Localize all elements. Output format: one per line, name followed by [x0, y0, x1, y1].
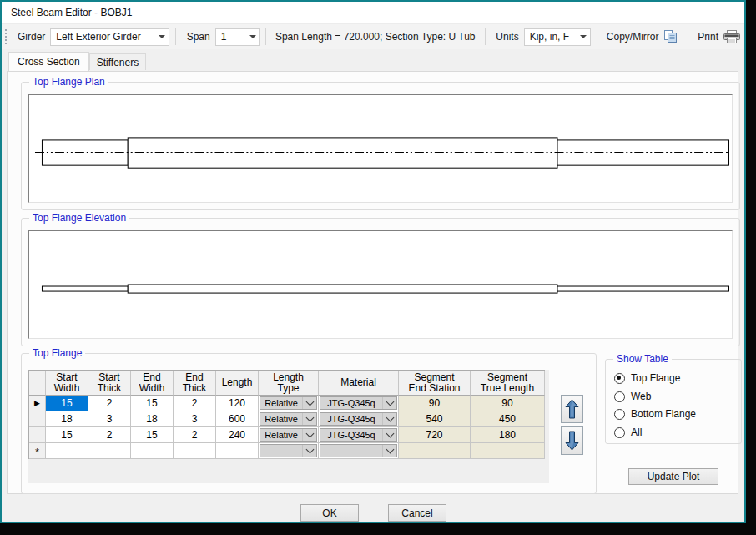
move-row-up-button[interactable]: [561, 395, 583, 423]
tab-stiffeners[interactable]: Stiffeners: [89, 53, 146, 70]
data-grid: StartWidthStartThickEndWidthEndThickLeng…: [28, 370, 545, 459]
toolbar-grip-icon[interactable]: [5, 29, 7, 44]
copy-mirror-label: Copy/Mirror: [607, 31, 659, 43]
cell-start_width[interactable]: 18: [46, 411, 88, 427]
units-select[interactable]: Kip, in, F: [524, 28, 591, 46]
chevron-down-icon: [246, 35, 259, 38]
cell-end_thick[interactable]: 3: [174, 411, 216, 427]
cell-length_type: Relative: [259, 396, 319, 411]
top-flange-elevation-group: Top Flange Elevation: [21, 218, 740, 346]
row-selector[interactable]: [29, 411, 46, 427]
cell-start_width[interactable]: 15: [46, 427, 88, 443]
radio-bottom-flange[interactable]: Bottom Flange: [614, 408, 696, 420]
cell-length[interactable]: 600: [216, 411, 259, 427]
tab-cross-section[interactable]: Cross Section: [8, 52, 89, 71]
column-header-end_station: SegmentEnd Station: [399, 371, 471, 396]
cell-end_station[interactable]: 720: [399, 427, 471, 443]
window-title: Steel Beam Editor - BOBJ1: [11, 7, 132, 18]
cell-end_station[interactable]: [399, 443, 471, 459]
dropdown-chevron-icon: [302, 445, 316, 457]
top-flange-table-group-title: Top Flange: [29, 347, 85, 360]
print-icon: [723, 30, 741, 44]
cell-end_thick[interactable]: 2: [174, 427, 216, 443]
grid-row-2: 183183600RelativeJTG-Q345q540450: [29, 411, 545, 427]
move-row-down-button[interactable]: [561, 426, 583, 455]
cell-start_thick[interactable]: 3: [88, 411, 131, 427]
cell-start_width[interactable]: [46, 443, 88, 459]
ok-button[interactable]: OK: [300, 504, 359, 522]
toolbar-separator: [265, 28, 266, 45]
cell-start_thick[interactable]: 2: [88, 427, 131, 443]
cancel-button[interactable]: Cancel: [388, 504, 446, 522]
cell-material: JTG-Q345q: [319, 427, 399, 443]
cell-start_thick[interactable]: [88, 443, 131, 459]
length_type-dropdown[interactable]: Relative: [260, 396, 317, 410]
cell-end_width[interactable]: 15: [131, 427, 174, 443]
cell-start_thick[interactable]: 2: [88, 396, 131, 411]
radio-all[interactable]: All: [614, 426, 642, 438]
length_type-dropdown[interactable]: Relative: [260, 412, 317, 426]
radio-web[interactable]: Web: [614, 391, 651, 402]
cell-end_width[interactable]: 18: [131, 411, 174, 427]
top-flange-plan-drawing: [28, 94, 733, 203]
span-value: 1: [221, 31, 246, 43]
cell-true_length[interactable]: 90: [471, 396, 545, 411]
row-selector[interactable]: [29, 427, 46, 443]
cell-end_station[interactable]: 90: [399, 396, 471, 411]
toolbar: Girder Left Exterior Girder Span 1 Span …: [2, 24, 744, 50]
row-selector[interactable]: ▶: [29, 396, 46, 411]
new-row-asterisk-icon: *: [35, 448, 39, 457]
column-header-start_width: StartWidth: [46, 371, 88, 396]
material-dropdown[interactable]: JTG-Q345q: [320, 428, 397, 442]
cell-end_width[interactable]: 15: [131, 396, 174, 411]
cell-true_length[interactable]: [471, 443, 545, 459]
cell-true_length[interactable]: 180: [471, 427, 545, 443]
span-info-text: Span Length = 720.000; Section Type: U T…: [275, 31, 476, 43]
cell-length_type: Relative: [259, 427, 319, 443]
copy-icon: [663, 30, 678, 43]
ok-label: OK: [322, 507, 336, 519]
cell-end_width[interactable]: [131, 443, 174, 459]
top-flange-plan-group: Top Flange Plan: [21, 82, 740, 210]
radio-button-icon: [614, 373, 625, 384]
cell-length_type: [259, 443, 319, 459]
girder-label: Girder: [18, 31, 45, 43]
cell-end_thick[interactable]: [174, 443, 216, 459]
top-flange-table-group: Top Flange StartWidthStartThickEndWidthE…: [21, 353, 597, 494]
column-header-end_width: EndWidth: [131, 371, 174, 396]
cell-length[interactable]: [216, 443, 259, 459]
radio-button-icon: [614, 391, 625, 402]
radio-label: Top Flange: [631, 372, 680, 384]
copy-mirror-button[interactable]: Copy/Mirror: [603, 28, 683, 45]
material-dropdown[interactable]: JTG-Q345q: [320, 396, 397, 410]
material-dropdown[interactable]: [320, 444, 397, 457]
dialog-footer: OK Cancel: [2, 496, 744, 522]
cell-true_length[interactable]: 450: [471, 411, 545, 427]
column-header-material: Material: [319, 371, 399, 396]
column-header-length: Length: [216, 371, 259, 396]
grid-new-row: *: [29, 443, 545, 459]
cell-length[interactable]: 240: [216, 427, 259, 443]
toolbar-separator: [688, 28, 688, 45]
span-select[interactable]: 1: [215, 28, 260, 46]
update-plot-button[interactable]: Update Plot: [628, 468, 718, 485]
length_type-dropdown[interactable]: Relative: [260, 428, 317, 442]
cell-material: JTG-Q345q: [319, 396, 399, 411]
dropdown-chevron-icon: [382, 397, 396, 409]
print-button[interactable]: Print: [694, 28, 744, 46]
cell-length[interactable]: 120: [216, 396, 259, 411]
cell-end_thick[interactable]: 2: [174, 396, 216, 411]
length_type-value: Relative: [260, 414, 302, 424]
material-dropdown[interactable]: JTG-Q345q: [320, 412, 397, 426]
toolbar-separator: [597, 28, 597, 45]
cell-end_station[interactable]: 540: [399, 411, 471, 427]
material-value: JTG-Q345q: [320, 398, 382, 408]
girder-select[interactable]: Left Exterior Girder: [50, 28, 169, 46]
cell-start_width[interactable]: 15: [46, 396, 88, 411]
column-header-start_thick: StartThick: [88, 371, 131, 396]
row-selector[interactable]: *: [29, 443, 46, 459]
down-arrow-icon: [565, 431, 579, 451]
top-flange-elevation-group-title: Top Flange Elevation: [29, 212, 129, 225]
radio-top-flange[interactable]: Top Flange: [614, 372, 680, 384]
length_type-dropdown[interactable]: [260, 444, 317, 457]
